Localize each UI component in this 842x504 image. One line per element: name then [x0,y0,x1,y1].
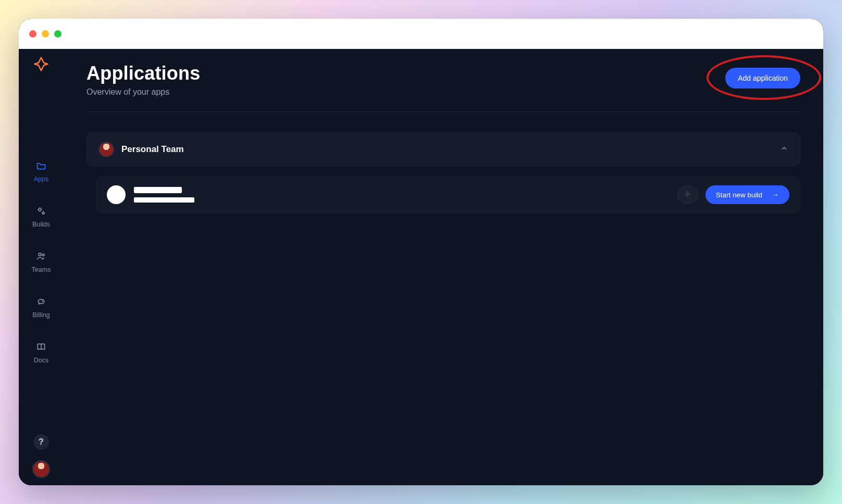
user-avatar[interactable] [32,460,50,478]
app-logo-icon [33,56,49,72]
application-actions: Start new build → [677,185,789,204]
application-row-left [107,185,194,204]
svg-point-2 [39,253,41,256]
sidebar-item-billing[interactable]: Billing [32,296,49,319]
page-heading-block: Applications Overview of your apps [86,62,200,97]
start-new-build-button[interactable]: Start new build → [705,185,789,204]
application-settings-button[interactable] [677,186,698,204]
team-avatar [98,142,114,157]
application-detail-redacted [134,197,194,203]
application-name-redacted [134,187,182,193]
start-new-build-label: Start new build [716,191,762,199]
sidebar-item-builds[interactable]: Builds [32,206,50,228]
svg-point-1 [42,212,44,214]
sidebar-item-apps[interactable]: Apps [34,160,49,183]
window-close-button[interactable] [29,30,36,37]
main-content: Applications Overview of your apps Add a… [64,49,823,485]
sidebar-item-label: Teams [32,266,51,273]
help-label: ? [39,437,44,447]
sidebar-item-label: Billing [32,311,49,319]
help-button[interactable]: ? [33,434,49,450]
svg-point-5 [687,193,689,195]
team-name: Personal Team [121,144,184,155]
window-minimize-button[interactable] [42,30,49,37]
app-body: Apps Builds Teams Billing [19,49,823,485]
sidebar-item-teams[interactable]: Teams [32,251,51,273]
sidebar-bottom: ? [32,434,50,478]
sidebar: Apps Builds Teams Billing [19,49,64,485]
book-icon [36,342,46,354]
gears-icon [36,206,46,218]
gear-icon [684,190,691,200]
team-row-left: Personal Team [98,142,184,157]
add-application-label: Add application [738,74,788,82]
application-texts [134,187,194,203]
add-application-button[interactable]: Add application [725,68,800,89]
chevron-up-icon [780,144,788,155]
page-title: Applications [86,62,200,84]
arrow-right-icon: → [772,191,779,199]
sidebar-item-label: Apps [34,175,49,183]
application-row[interactable]: Start new build → [96,177,800,213]
svg-point-0 [39,208,41,211]
app-window: Apps Builds Teams Billing [19,19,823,485]
sidebar-item-label: Builds [32,221,50,228]
window-titlebar [19,19,823,49]
folder-icon [36,160,46,172]
sidebar-item-label: Docs [34,357,48,364]
users-icon [36,251,46,263]
team-row[interactable]: Personal Team [86,133,800,166]
page-subtitle: Overview of your apps [86,87,200,97]
svg-point-4 [42,301,43,301]
sidebar-item-docs[interactable]: Docs [34,342,48,364]
window-zoom-button[interactable] [54,30,61,37]
piggy-bank-icon [36,296,46,308]
application-icon [107,185,126,204]
svg-point-3 [42,254,44,256]
page-header: Applications Overview of your apps Add a… [86,62,800,112]
